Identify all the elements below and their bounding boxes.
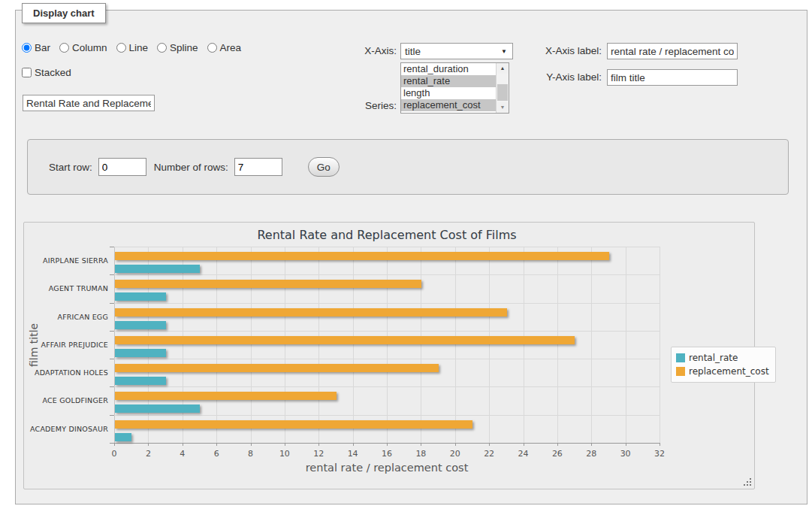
stacked-checkbox[interactable]: [22, 68, 32, 77]
x-tick-label: 10: [273, 449, 296, 459]
chart-type-bar-radio[interactable]: [22, 43, 32, 53]
y-axis-title: film title: [27, 247, 41, 443]
grid-line-horizontal: [114, 274, 660, 275]
x-tick-label: 30: [614, 449, 637, 459]
grid-line-vertical: [353, 247, 354, 443]
grid-line-vertical: [318, 247, 319, 443]
category-tick: [110, 303, 114, 304]
legend-item-rental_rate[interactable]: rental_rate: [676, 351, 769, 365]
x-tick-label: 14: [342, 449, 364, 459]
category-tick: [110, 359, 114, 359]
bar-replacement_cost[interactable]: [115, 336, 575, 344]
x-tick-label: 16: [376, 449, 398, 459]
chart-legend: rental_ratereplacement_cost: [671, 347, 776, 383]
category-tick: [110, 331, 114, 332]
stacked-option[interactable]: Stacked: [22, 67, 71, 78]
category-tick: [110, 247, 114, 247]
grid-line-vertical: [455, 247, 456, 443]
series-option-replacement-cost[interactable]: replacement_cost: [401, 99, 496, 111]
legend-item-replacement_cost[interactable]: replacement_cost: [676, 365, 769, 378]
series-option-rental-duration[interactable]: rental_duration: [401, 63, 496, 75]
grid-line-vertical: [557, 247, 558, 443]
bar-rental_rate[interactable]: [115, 349, 166, 357]
start-row-label: Start row:: [49, 162, 92, 173]
chart-type-area-radio[interactable]: [207, 43, 217, 53]
grid-line-horizontal: [114, 331, 660, 332]
grid-line-vertical: [251, 247, 252, 443]
chart-type-spline-label: Spline: [170, 42, 198, 53]
legend-swatch-icon: [676, 367, 685, 376]
scroll-down-icon[interactable]: ▼: [497, 102, 509, 113]
chart-type-bar[interactable]: Bar: [22, 42, 50, 53]
x-axis-title: rental rate / replacement cost: [114, 462, 660, 474]
go-button[interactable]: Go: [308, 157, 340, 177]
fieldset-legend: Display chart: [22, 3, 106, 23]
chart-type-column-radio[interactable]: [59, 43, 69, 53]
grid-line-vertical: [626, 247, 626, 443]
category-tick: [110, 386, 114, 387]
chart-title: Rental Rate and Replacement Cost of Film…: [114, 228, 660, 242]
grid-line-vertical: [421, 247, 421, 443]
display-chart-fieldset: Display chart Bar Column Line Spline Are…: [15, 10, 807, 504]
bar-rental_rate[interactable]: [115, 321, 166, 329]
grid-line-vertical: [524, 247, 524, 443]
grid-line-vertical: [183, 247, 183, 443]
start-row-input[interactable]: [98, 158, 146, 176]
x-tick-label: 2: [137, 449, 159, 459]
chart-type-spline-radio[interactable]: [157, 43, 167, 53]
x-tick-label: 20: [444, 449, 466, 459]
bar-replacement_cost[interactable]: [115, 364, 439, 372]
legend-swatch-icon: [676, 353, 685, 362]
chart-type-column[interactable]: Column: [59, 42, 107, 53]
grid-line-vertical: [285, 247, 285, 443]
chart-canvas: 02468101214161820222426283032AIRPLANE SI…: [24, 223, 754, 489]
chart-type-area-label: Area: [220, 42, 242, 53]
bar-replacement_cost[interactable]: [115, 252, 609, 260]
x-axis-line: [114, 443, 660, 444]
grid-line-horizontal: [114, 359, 660, 359]
axis-tick: [660, 443, 660, 446]
category-tick: [110, 274, 114, 275]
series-option-rental-rate[interactable]: rental_rate: [401, 75, 496, 87]
num-rows-input[interactable]: [234, 158, 282, 176]
series-label: Series:: [310, 98, 397, 114]
bar-replacement_cost[interactable]: [115, 392, 337, 400]
x-tick-label: 32: [648, 449, 671, 459]
bar-rental_rate[interactable]: [115, 404, 200, 413]
y-axis-label-input[interactable]: [607, 69, 738, 86]
x-axis-label-caption: X-Axis label:: [489, 43, 602, 59]
bar-rental_rate[interactable]: [115, 433, 131, 441]
category-tick: [110, 415, 114, 416]
x-axis-select-label: X-Axis:: [310, 43, 397, 59]
x-tick-label: 26: [546, 449, 569, 459]
stacked-label: Stacked: [35, 67, 71, 78]
chart-title-input[interactable]: [23, 95, 155, 111]
x-tick-label: 0: [103, 449, 125, 459]
x-tick-label: 4: [171, 449, 194, 459]
grid-line-vertical: [216, 247, 217, 443]
chart-type-line-label: Line: [129, 42, 149, 53]
chart-type-line-radio[interactable]: [116, 43, 126, 53]
bar-replacement_cost[interactable]: [115, 280, 421, 288]
bar-rental_rate[interactable]: [115, 265, 200, 273]
chart-type-area[interactable]: Area: [207, 42, 242, 53]
bar-replacement_cost[interactable]: [115, 308, 507, 317]
grid-line-horizontal: [114, 386, 660, 387]
series-option-length[interactable]: length: [401, 87, 496, 99]
x-tick-label: 18: [409, 449, 432, 459]
grid-line-horizontal: [114, 247, 660, 247]
y-axis-label-caption: Y-Axis label:: [489, 69, 602, 86]
legend-label: rental_rate: [689, 353, 738, 363]
scrollbar-thumb[interactable]: [497, 84, 508, 101]
chart-type-spline[interactable]: Spline: [157, 42, 198, 53]
chart-type-line[interactable]: Line: [116, 42, 149, 53]
grid-line-horizontal: [114, 303, 660, 304]
bar-rental_rate[interactable]: [115, 377, 166, 385]
resize-handle-icon[interactable]: [743, 477, 752, 486]
x-tick-label: 6: [205, 449, 228, 459]
x-axis-select-value: title: [405, 46, 421, 57]
bar-replacement_cost[interactable]: [115, 420, 472, 429]
x-axis-label-input[interactable]: [607, 43, 738, 59]
bar-rental_rate[interactable]: [115, 292, 166, 301]
grid-line-vertical: [114, 247, 115, 443]
